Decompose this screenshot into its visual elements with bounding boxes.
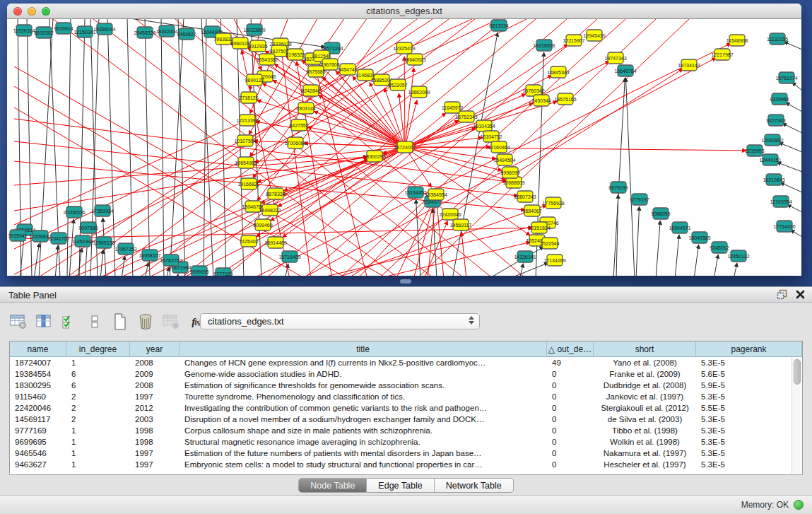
graph-edge[interactable] xyxy=(780,182,801,192)
graph-node[interactable]: 6779197 xyxy=(630,194,649,205)
graph-node[interactable]: 8878334 xyxy=(266,188,285,199)
graph-edge[interactable] xyxy=(787,204,801,212)
close-panel-icon[interactable] xyxy=(796,290,805,299)
graph-node[interactable]: 9227343 xyxy=(766,115,785,126)
graph-node[interactable]: 9099469 xyxy=(253,219,272,230)
graph-node[interactable]: 9875685 xyxy=(306,66,325,77)
show-columns-icon[interactable] xyxy=(34,313,53,332)
graph-node[interactable]: 15494504 xyxy=(493,154,515,165)
graph-node[interactable]: 16752343 xyxy=(455,111,477,122)
graph-node[interactable]: 17134269 xyxy=(543,255,565,266)
graph-node[interactable]: 12150341 xyxy=(73,26,95,37)
graph-edge[interactable] xyxy=(318,95,405,147)
graph-node[interactable]: 11548908 xyxy=(726,35,748,46)
table-row[interactable]: 1456911722003Disruption of a novel membe… xyxy=(10,414,802,425)
graph-node[interactable]: 18151824 xyxy=(528,222,550,233)
graph-edge[interactable] xyxy=(161,19,164,276)
graph-node[interactable]: 9777169 xyxy=(213,268,233,276)
graph-node[interactable]: 16904571 xyxy=(669,222,690,233)
table-row[interactable]: 977716911998Corpus callosum shape and si… xyxy=(10,425,802,436)
graph-node[interactable]: 16648784 xyxy=(614,65,636,76)
new-document-icon[interactable] xyxy=(110,313,129,332)
graph-node[interactable]: 14498222 xyxy=(259,204,281,216)
graph-node[interactable]: 12342757 xyxy=(47,233,69,244)
graph-node[interactable]: 9510614 xyxy=(54,23,73,34)
column-header-title[interactable]: title xyxy=(180,341,547,357)
graph-node[interactable]: 17359934 xyxy=(91,205,113,216)
column-header-year[interactable]: year xyxy=(130,341,180,357)
graph-node[interactable]: 12505135 xyxy=(93,237,114,248)
graph-edge[interactable] xyxy=(34,243,40,276)
graph-edge[interactable] xyxy=(14,66,385,276)
graph-node[interactable]: 20206536 xyxy=(63,206,85,218)
graph-edge[interactable] xyxy=(69,219,73,276)
column-header-short[interactable]: short xyxy=(594,341,696,357)
graph-node[interactable]: 8522057 xyxy=(388,79,407,90)
select-all-icon[interactable] xyxy=(59,313,78,332)
tab-network-table[interactable]: Network Table xyxy=(435,478,514,493)
graph-node[interactable]: 2718126 xyxy=(239,92,258,103)
graph-edge[interactable] xyxy=(55,245,58,276)
table-selector[interactable]: citations_edges.txt xyxy=(200,313,480,329)
graph-node[interactable]: 14569117 xyxy=(450,219,472,230)
graph-edge[interactable] xyxy=(100,250,103,276)
tab-node-table[interactable]: Node Table xyxy=(298,478,367,493)
graph-node[interactable]: 15716485 xyxy=(278,251,300,262)
graph-node[interactable]: 13662099 xyxy=(408,86,430,98)
delete-icon[interactable] xyxy=(136,313,155,332)
graph-edge[interactable] xyxy=(405,147,746,151)
graph-node[interactable]: 12093832 xyxy=(761,134,783,146)
graph-edge[interactable] xyxy=(177,274,178,276)
graph-node[interactable]: 15751074 xyxy=(775,72,797,83)
graph-edge[interactable] xyxy=(616,194,618,276)
graph-node[interactable]: 9890122 xyxy=(245,74,264,86)
graph-edge[interactable] xyxy=(656,221,660,276)
graph-node[interactable]: 16543382 xyxy=(256,54,278,65)
graph-node[interactable]: 18342344 xyxy=(155,25,177,37)
graph-node[interactable]: 8215953 xyxy=(745,145,764,156)
graph-node[interactable]: 15134457 xyxy=(404,187,426,198)
graph-edge[interactable] xyxy=(782,123,801,133)
graph-node[interactable]: 8615302 xyxy=(34,27,53,38)
graph-node[interactable]: 18724007 xyxy=(394,141,416,153)
graph-edge[interactable] xyxy=(488,247,543,276)
graph-node[interactable]: 18300295 xyxy=(363,151,385,162)
graph-node[interactable]: 20458326 xyxy=(134,27,155,38)
graph-node[interactable]: 12217987 xyxy=(711,49,733,60)
table-row[interactable]: 969969511998Structural magnetic resonanc… xyxy=(10,436,802,448)
graph-edge[interactable] xyxy=(201,19,213,276)
graph-edge[interactable] xyxy=(220,19,226,276)
graph-node[interactable]: 8996099 xyxy=(500,167,519,178)
column-header-in_degree[interactable]: in_degree xyxy=(66,341,130,357)
graph-node[interactable]: 12160464 xyxy=(488,141,510,153)
graph-node[interactable]: 19734143 xyxy=(678,59,700,71)
graph-node[interactable]: 8454749 xyxy=(338,64,357,75)
graph-node[interactable]: 9699695 xyxy=(189,266,208,276)
graph-node[interactable]: 2803144 xyxy=(296,103,315,114)
graph-node[interactable]: 16104752 xyxy=(480,131,502,142)
graph-node[interactable]: 12325419 xyxy=(393,42,415,54)
graph-node[interactable]: 9242848 xyxy=(301,85,320,96)
graph-edge[interactable] xyxy=(734,263,737,276)
graph-node[interactable]: 8960128 xyxy=(230,37,249,49)
graph-edge[interactable] xyxy=(314,111,405,147)
column-header-name[interactable]: name xyxy=(10,341,66,357)
graph-edge[interactable] xyxy=(777,163,801,172)
graph-edge[interactable] xyxy=(127,19,133,276)
graph-node[interactable]: 22420046 xyxy=(439,209,461,220)
graph-edge[interactable] xyxy=(792,82,801,90)
table-row[interactable]: 1872400712008Changes of HCN gene express… xyxy=(10,357,802,368)
graph-edge[interactable] xyxy=(405,68,414,147)
graph-node[interactable]: 8912935 xyxy=(248,40,267,52)
graph-edge[interactable] xyxy=(675,235,679,276)
graph-node[interactable]: 17734426 xyxy=(773,221,795,232)
graph-node[interactable]: 18640923 xyxy=(404,54,425,65)
graph-node[interactable]: 12444151 xyxy=(759,154,781,165)
splitter-handle[interactable] xyxy=(400,279,411,284)
graph-node[interactable]: 9463627 xyxy=(177,28,196,40)
graph-node[interactable]: 14136141 xyxy=(514,251,536,262)
graph-edge[interactable] xyxy=(145,19,150,276)
tab-edge-table[interactable]: Edge Table xyxy=(367,478,434,493)
graph-node[interactable]: 8198328 xyxy=(286,49,305,60)
graph-node[interactable]: 12450122 xyxy=(727,250,749,262)
